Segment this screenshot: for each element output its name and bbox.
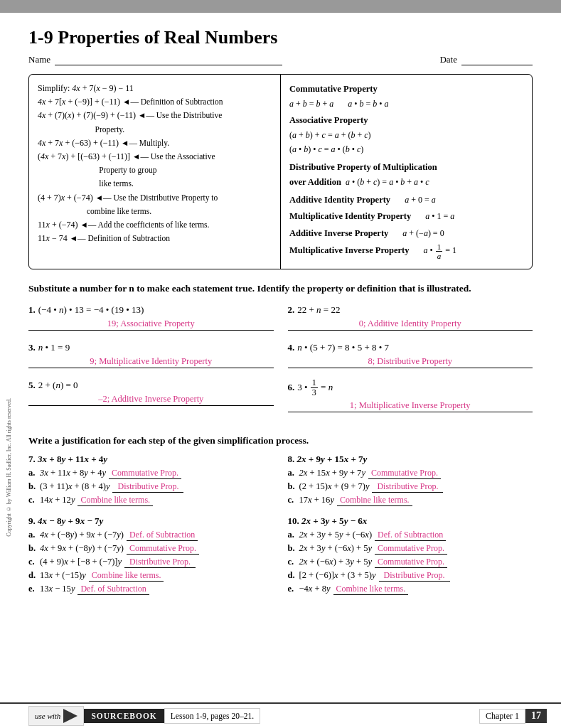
- problem-9-step-a: a. 4x + (−8y) + 9x + (−7y) Def. of Subtr…: [28, 530, 274, 541]
- problem-10-step-a: a. 2x + 3y + 5y + (−6x) Def. of Subtract…: [288, 530, 533, 541]
- multiplicative-inverse-title: Multiplicative Inverse Property: [289, 243, 409, 258]
- problem-4: 4. n • (5 + 7) = 8 • 5 + 8 • 7 8; Distri…: [288, 341, 533, 368]
- name-label: Name: [28, 54, 50, 65]
- ref-right: Commutative Property a + b = b + a a • b…: [281, 75, 532, 269]
- use-with-box: use with: [28, 706, 84, 726]
- problem-8-step-a: a. 2x + 15x + 9y + 7y Commutative Prop.: [288, 468, 533, 479]
- name-field: Name: [28, 54, 411, 65]
- problem-2-answer-block: 0; Additive Identity Property: [288, 318, 533, 331]
- ref-line4: 4x + 7x + (−63) + (−11) ◄— Multiply.: [38, 136, 272, 150]
- problem-5-answer-block: –2; Additive Inverse Property: [28, 394, 274, 406]
- problem-8-title: 8. 2x + 9y + 15x + 7y: [288, 454, 533, 465]
- additive-identity-row: Additive Identity Property a + 0 = a: [289, 193, 523, 208]
- content: 1-9 Properties of Real Numbers Name Date…: [0, 13, 561, 619]
- problem-1-text: 1. (−4 • n) • 13 = −4 • (19 • 13): [28, 303, 274, 316]
- problem-4-text: 4. n • (5 + 7) = 8 • 5 + 8 • 7: [288, 341, 533, 353]
- problem-9-step-d: d. 13x + (−15)y Combine like terms.: [28, 570, 274, 582]
- problem-7: 7. 3x + 8y + 11x + 4y a. 3x + 11x + 8y +…: [28, 454, 274, 508]
- commutative-title: Commutative Property: [289, 82, 523, 97]
- problem-8: 8. 2x + 9y + 15x + 7y a. 2x + 15x + 9y +…: [288, 454, 533, 508]
- problem-9-step-e: e. 13x − 15y Def. of Subtraction: [28, 584, 274, 595]
- problem-7-title: 7. 3x + 8y + 11x + 4y: [28, 454, 274, 465]
- problem-3: 3. n • 1 = 9 9; Multiplicative Identity …: [28, 341, 274, 368]
- additive-inverse-title: Additive Inverse Property: [289, 226, 388, 241]
- commutative-1: a + b = b + a: [289, 97, 333, 111]
- problem-6: 6. 3 • 13 = n 1; Multiplicative Inverse …: [288, 378, 533, 412]
- section2-instruction: Write a justification for each step of t…: [28, 435, 533, 446]
- problem-5: 5. 2 + (n) = 0 –2; Additive Inverse Prop…: [28, 378, 274, 412]
- associative-1: (a + b) + c = a + (b + c): [289, 128, 523, 142]
- section2-instruction-text: Write a justification for each step of t…: [28, 435, 309, 446]
- problem-1-answer-block: 19; Associative Property: [28, 318, 274, 331]
- reference-box: Simplify: 4x + 7(x − 9) − 11 4x + 7[x + …: [28, 74, 533, 269]
- problem-2: 2. 22 + n = 22 0; Additive Identity Prop…: [288, 303, 533, 331]
- footer-right: Chapter 1 17: [479, 709, 547, 724]
- problem-1-answer: 19; Associative Property: [28, 318, 274, 331]
- page-title: 1-9 Properties of Real Numbers: [28, 27, 533, 48]
- problem-1: 1. (−4 • n) • 13 = −4 • (19 • 13) 19; As…: [28, 303, 274, 331]
- problem-7-step-c: c. 14x + 12y Combine like terms.: [28, 495, 274, 506]
- multiplicative-identity-row: Multiplicative Identity Property a • 1 =…: [289, 209, 523, 224]
- problem-8-step-b: b. (2 + 15)x + (9 + 7)y Distributive Pro…: [288, 481, 533, 493]
- date-label: Date: [439, 54, 457, 65]
- problem-8-step-c: c. 17x + 16y Combine like terms.: [288, 495, 533, 506]
- commutative-2: a • b = b • a: [348, 97, 388, 111]
- problem-10-step-d: d. [2 + (−6)]x + (3 + 5)y Distributive P…: [288, 570, 533, 582]
- problem-5-text: 5. 2 + (n) = 0: [28, 378, 274, 391]
- page-number: 17: [525, 709, 547, 723]
- problem-6-answer: 1; Multiplicative Inverse Property: [288, 400, 533, 412]
- problem-7-step-a: a. 3x + 11x + 8y + 4y Commutative Prop.: [28, 468, 274, 479]
- name-date-row: Name Date: [28, 54, 533, 65]
- problem-7-step-b: b. (3 + 11)x + (8 + 4)y Distributive Pro…: [28, 481, 274, 493]
- problem-10-step-c: c. 2x + (−6x) + 3y + 5y Commutative Prop…: [288, 557, 533, 568]
- additive-inverse-formula: a + (−a) = 0: [402, 226, 444, 240]
- name-underline: [55, 54, 282, 65]
- problem-4-answer: 8; Distributive Property: [288, 356, 533, 368]
- svg-marker-0: [63, 709, 78, 723]
- section2-problems: 7. 3x + 8y + 11x + 4y a. 3x + 11x + 8y +…: [28, 454, 533, 604]
- title-text: Properties of Real Numbers: [53, 27, 278, 48]
- problem-4-answer-block: 8; Distributive Property: [288, 356, 533, 368]
- problem-3-text: 3. n • 1 = 9: [28, 341, 274, 353]
- page: 1-9 Properties of Real Numbers Name Date…: [0, 0, 561, 728]
- associative-title: Associative Property: [289, 113, 523, 128]
- chapter-label: Chapter 1: [479, 709, 525, 724]
- problem-6-answer-block: 1; Multiplicative Inverse Property: [288, 400, 533, 412]
- problem-9-step-c: c. (4 + 9)x + [−8 + (−7)]y Distributive …: [28, 557, 274, 568]
- commutative-row: a + b = b + a a • b = b • a: [289, 97, 523, 111]
- additive-inverse-row: Additive Inverse Property a + (−a) = 0: [289, 226, 523, 241]
- multiplicative-identity-title: Multiplicative Identity Property: [289, 209, 411, 224]
- ref-line5: (4x + 7x) + [(−63) + (−11)] ◄— Use the A…: [38, 150, 272, 191]
- problem-9: 9. 4x − 8y + 9x − 7y a. 4x + (−8y) + 9x …: [28, 515, 274, 597]
- additive-identity-title: Additive Identity Property: [289, 193, 390, 208]
- problem-6-text: 6. 3 • 13 = n: [288, 378, 533, 397]
- problem-9-title: 9. 4x − 8y + 9x − 7y: [28, 515, 274, 527]
- problem-3-answer-block: 9; Multiplicative Identity Property: [28, 356, 274, 368]
- copyright-text: Copyright © by William H. Sadlier, Inc. …: [6, 398, 12, 537]
- arrow-icon: [63, 709, 78, 723]
- section1-instruction-text: Substitute a number for n to make each s…: [28, 283, 471, 294]
- sourcebook-label: SOURCEBOOK: [84, 709, 164, 723]
- additive-identity-formula: a + 0 = a: [405, 193, 436, 207]
- problem-10-step-e: e. −4x + 8y Combine like terms.: [288, 584, 533, 595]
- associative-2: (a • b) • c = a • (b • c): [289, 142, 523, 156]
- ref-line2: 4x + 7[x + (−9)] + (−11) ◄— Definition o…: [38, 95, 272, 109]
- footer-left: use with SOURCEBOOK Lesson 1-9, pages 20…: [28, 706, 260, 726]
- top-bar: [0, 0, 561, 13]
- date-field: Date: [439, 54, 533, 65]
- problem-2-answer: 0; Additive Identity Property: [288, 318, 533, 331]
- problem-10-step-b: b. 2x + 3y + (−6x) + 5y Commutative Prop…: [288, 543, 533, 555]
- ref-line6: (4 + 7)x + (−74) ◄— Use the Distributive…: [38, 191, 272, 218]
- title-number: 1-9: [28, 27, 53, 48]
- ref-left: Simplify: 4x + 7(x − 9) − 11 4x + 7[x + …: [29, 75, 281, 269]
- problem-10: 10. 2x + 3y + 5y − 6x a. 2x + 3y + 5y + …: [288, 515, 533, 597]
- distributive-title: Distributive Property of Multiplicationo…: [289, 160, 523, 191]
- problem-5-answer: –2; Additive Inverse Property: [28, 394, 274, 406]
- problem-10-title: 10. 2x + 3y + 5y − 6x: [288, 515, 533, 527]
- ref-simplify: Simplify: 4x + 7(x − 9) − 11: [38, 82, 272, 95]
- ref-line7: 11x + (−74) ◄— Add the coefficients of l…: [38, 218, 272, 232]
- ref-line3: 4x + (7)(x) + (7)(−9) + (−11) ◄— Use the…: [38, 109, 272, 136]
- multiplicative-identity-formula: a • 1 = a: [425, 209, 454, 223]
- problem-3-answer: 9; Multiplicative Identity Property: [28, 356, 274, 368]
- problem-2-text: 2. 22 + n = 22: [288, 303, 533, 316]
